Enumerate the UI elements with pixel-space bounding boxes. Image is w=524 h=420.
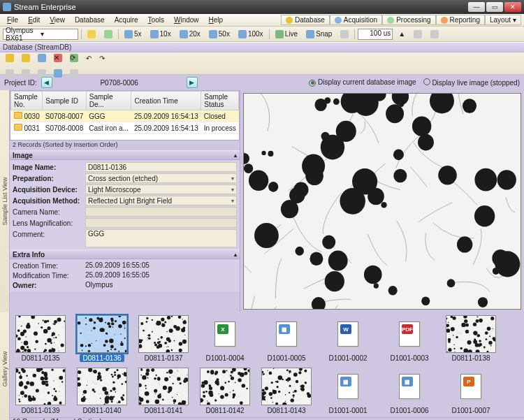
redo-button[interactable]: ↷	[96, 52, 108, 64]
snap-button[interactable]: Snap	[303, 29, 335, 40]
gallery-item[interactable]: XD1001-0004	[198, 315, 252, 362]
maximize-button[interactable]: ▭	[486, 2, 503, 12]
camera-input[interactable]	[85, 207, 237, 217]
section-image[interactable]: Image▴	[10, 150, 240, 160]
more2-button[interactable]	[428, 29, 442, 40]
svg-point-357	[108, 394, 109, 395]
gallery-item[interactable]: D0811-0140	[75, 368, 129, 414]
menu-file[interactable]: File	[3, 15, 22, 24]
sample-table[interactable]: Sample No. Sample ID Sample De... Creati…	[10, 90, 240, 140]
more1-button[interactable]	[411, 29, 425, 40]
gallery-item[interactable]: D0811-0135	[14, 315, 67, 362]
view2-button[interactable]	[19, 68, 33, 79]
svg-point-522	[263, 373, 264, 375]
misc1-button[interactable]	[337, 29, 351, 40]
svg-point-204	[152, 319, 153, 321]
svg-point-124	[112, 326, 114, 328]
acqmethod-combo[interactable]: Reflected Light Bright Field▾	[85, 196, 237, 205]
comment-input[interactable]: GGG	[85, 229, 237, 247]
radio-display-db[interactable]: Display current database image	[309, 78, 416, 87]
gallery-item[interactable]: D0811-0136	[75, 315, 129, 362]
tab-processing[interactable]: Processing	[382, 15, 435, 25]
gallery-item[interactable]: D0811-0142	[198, 368, 252, 414]
imagename-input[interactable]: D0811-0136	[85, 162, 237, 172]
lamp-button[interactable]	[85, 29, 99, 40]
zoom-10x-button[interactable]: 10x	[147, 29, 174, 40]
menu-edit[interactable]: Edit	[24, 15, 44, 24]
device-combo[interactable]: Olympus BX61▾	[3, 29, 78, 40]
settings-button[interactable]	[67, 68, 81, 79]
acqdevice-combo[interactable]: Light Microscope▾	[85, 184, 237, 194]
table-row[interactable]: 0031S0708-0008Cast iron a...25.09.2009 1…	[11, 122, 239, 134]
side-tab-sample[interactable]: Sample List View	[0, 90, 10, 312]
open-db-button[interactable]	[19, 52, 33, 64]
gallery-item[interactable]: WD1001-0002	[321, 315, 374, 362]
svg-point-532	[272, 402, 274, 403]
svg-point-213	[169, 328, 173, 333]
gallery-item[interactable]: D0811-0141	[137, 368, 190, 414]
col-sample-no[interactable]: Sample No.	[11, 92, 43, 110]
svg-point-484	[230, 375, 232, 377]
svg-point-109	[54, 323, 55, 324]
side-tab-gallery[interactable]: Gallery View	[0, 312, 10, 420]
gallery-item[interactable]: ▦D1001-0001	[321, 368, 374, 414]
col-status[interactable]: Sample Status	[201, 92, 239, 110]
preview-image[interactable]	[243, 93, 521, 310]
radio-display-live[interactable]: Display live image (stopped)	[423, 78, 520, 87]
gallery-item[interactable]: ▦D1001-0006	[383, 368, 436, 414]
zoom-100x-button[interactable]: 100x	[235, 29, 266, 40]
gallery-item[interactable]: D0811-0143	[260, 368, 313, 414]
close-button[interactable]: ✕	[504, 2, 521, 12]
svg-point-255	[465, 323, 469, 326]
snap-icon	[306, 30, 314, 38]
table-row[interactable]: 0030S0708-0007GGG25.09.2009 16:54:13Clos…	[11, 110, 239, 122]
svg-point-516	[285, 401, 286, 402]
menu-window[interactable]: Window	[170, 15, 203, 24]
exposure-up[interactable]: ▲	[395, 29, 408, 40]
svg-point-380	[92, 389, 95, 391]
col-sample-desc[interactable]: Sample De...	[86, 92, 131, 110]
live-button[interactable]: Live	[272, 29, 300, 40]
zoom-50x-button[interactable]: 50x	[206, 29, 233, 40]
delete-button[interactable]: ✕	[51, 52, 65, 64]
menu-tools[interactable]: Tools	[144, 15, 168, 24]
menu-help[interactable]: Help	[205, 15, 228, 24]
minimize-button[interactable]: —	[468, 2, 485, 12]
save-button[interactable]	[35, 52, 49, 64]
project-prev-button[interactable]: ◀	[41, 77, 52, 88]
gallery-item[interactable]: D0811-0137	[137, 315, 190, 362]
svg-point-393	[154, 389, 157, 393]
new-folder-button[interactable]	[3, 52, 17, 64]
chart-button[interactable]	[51, 68, 65, 79]
tab-reporting[interactable]: Reporting	[436, 15, 485, 25]
menu-database[interactable]: Database	[71, 15, 109, 24]
tab-layout[interactable]: Layout ▾	[485, 15, 521, 25]
gallery-item[interactable]: PD1001-0007	[444, 368, 497, 414]
lensmag-input[interactable]	[85, 218, 237, 228]
gallery-item[interactable]: ▦D1001-0005	[260, 315, 313, 362]
section-extra[interactable]: Extra Info▴	[10, 249, 240, 259]
svg-point-27	[457, 236, 472, 252]
svg-point-155	[124, 328, 126, 329]
view1-button[interactable]	[3, 68, 17, 79]
exposure-input[interactable]: 100 us	[358, 29, 393, 40]
project-next-button[interactable]: ▶	[187, 77, 198, 88]
gallery-item[interactable]: D0811-0138	[444, 315, 497, 362]
menu-acquire[interactable]: Acquire	[110, 15, 143, 24]
col-creation[interactable]: Creation Time	[131, 92, 201, 110]
col-sample-id[interactable]: Sample ID	[43, 92, 87, 110]
zoom-20x-button[interactable]: 20x	[177, 29, 203, 40]
refresh-button[interactable]: ⟳	[67, 52, 81, 64]
gallery-item[interactable]: D0811-0139	[14, 368, 67, 414]
svg-point-323	[51, 368, 53, 370]
svg-point-194	[147, 335, 148, 335]
tab-database[interactable]: Database	[281, 15, 330, 25]
histogram-button[interactable]	[101, 29, 115, 40]
undo-button[interactable]: ↶	[83, 52, 94, 64]
svg-point-171	[161, 324, 165, 327]
zoom-5x-button[interactable]: 5x	[122, 29, 145, 40]
tab-acquisition[interactable]: Acquisition	[330, 15, 382, 25]
gallery-item[interactable]: PDFD1001-0003	[383, 315, 436, 362]
menu-view[interactable]: View	[45, 15, 69, 24]
preparation-combo[interactable]: Cross section (etched)▾	[85, 173, 237, 183]
